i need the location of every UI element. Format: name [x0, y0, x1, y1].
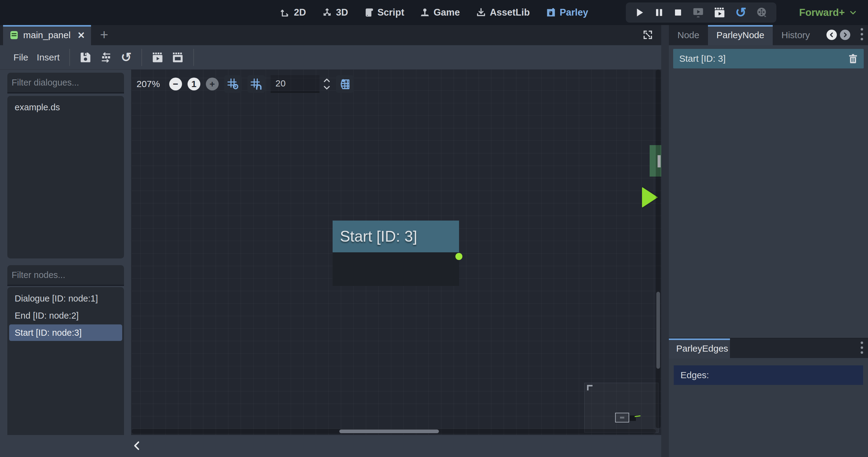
play-icon[interactable]: [634, 7, 645, 18]
prev-tab-icon[interactable]: [827, 30, 837, 40]
file-menu[interactable]: File: [9, 52, 32, 63]
graph-canvas[interactable]: 207% − 1 + 20: [132, 70, 661, 435]
canvas-horizontal-scrollbar[interactable]: [132, 429, 656, 434]
grid-size-value: 20: [276, 78, 285, 89]
delete-node-icon[interactable]: [848, 54, 858, 64]
stop-icon[interactable]: [674, 7, 683, 18]
bottom-bar: [0, 435, 661, 457]
selected-node-row[interactable]: Start [ID: 3]: [673, 49, 864, 68]
tab-parley[interactable]: Parley: [546, 7, 588, 18]
tab-assetlib[interactable]: AssetLib: [476, 7, 530, 18]
dialogues-list: example.ds: [7, 96, 124, 258]
grid-snap-icon[interactable]: [247, 75, 265, 93]
new-dialogue-icon[interactable]: [172, 52, 184, 63]
next-tab-icon[interactable]: [840, 30, 850, 40]
arrange-nodes-icon[interactable]: [100, 52, 112, 63]
filter-dialogues-box: [7, 73, 124, 93]
horizontal-scroll-thumb[interactable]: [339, 429, 439, 433]
scene-icon: [9, 30, 19, 40]
graph-minimap[interactable]: [584, 383, 658, 432]
collapse-left-icon[interactable]: [131, 439, 144, 453]
2d-axes-icon: [280, 7, 290, 18]
selected-node-label: Start [ID: 3]: [673, 54, 843, 64]
reload-icon[interactable]: ↺: [735, 6, 746, 19]
grid-size-stepper[interactable]: [323, 78, 331, 90]
toolbar-separator: [193, 49, 194, 66]
joystick-icon: [420, 7, 430, 18]
parley-plugin-icon: [546, 7, 556, 18]
canvas-toolbar: 207% − 1 + 20: [136, 74, 354, 93]
toolbar-separator: [142, 49, 142, 66]
tab-2d-label: 2D: [294, 7, 306, 18]
close-icon[interactable]: ✕: [77, 30, 85, 41]
grid-visibility-icon[interactable]: [224, 75, 242, 93]
graph-node-start[interactable]: Start [ID: 3]: [333, 220, 459, 286]
edges-label: Edges:: [680, 370, 709, 380]
tab-script-label: Script: [377, 7, 404, 18]
tab-history[interactable]: History: [773, 25, 818, 45]
zoom-in-icon[interactable]: +: [206, 78, 219, 90]
canvas-vertical-scrollbar[interactable]: [656, 70, 661, 428]
toolbar-separator: [69, 49, 70, 66]
tab-2d[interactable]: 2D: [280, 7, 306, 18]
vertical-scroll-thumb[interactable]: [656, 292, 660, 369]
tab-3d[interactable]: 3D: [322, 7, 348, 18]
tab-main-panel-label: main_panel: [23, 30, 70, 40]
pause-icon[interactable]: [654, 7, 664, 18]
expand-icon[interactable]: [642, 29, 653, 40]
movie-maker-icon[interactable]: [714, 7, 725, 18]
dock-menu-icon[interactable]: [861, 28, 863, 40]
tab-3d-label: 3D: [336, 7, 348, 18]
scene-tab-bar: main_panel ✕ +: [0, 25, 661, 45]
minimap-corner-marker: [587, 385, 592, 390]
film-reel-icon[interactable]: [756, 7, 768, 18]
save-icon[interactable]: [80, 52, 91, 63]
filter-nodes-box: [7, 265, 124, 286]
filter-dialogues-input[interactable]: [7, 78, 131, 88]
main-editor-region: main_panel ✕ + File Insert ↺: [0, 25, 661, 457]
dialogue-list-item[interactable]: example.ds: [9, 99, 122, 116]
inspector-tab-bar: Node ParleyNode History: [669, 25, 868, 45]
filter-nodes-input[interactable]: [7, 270, 131, 280]
minimap-toggle-icon[interactable]: [336, 75, 354, 93]
spin-down-icon: [323, 85, 331, 90]
node-list-item[interactable]: Dialogue [ID: node:1]: [9, 290, 122, 307]
minimap-node-marker: [620, 417, 624, 419]
graph-node-start-title: Start [ID: 3]: [340, 227, 417, 245]
tab-game[interactable]: Game: [420, 7, 460, 18]
graph-node-output-port[interactable]: [455, 253, 462, 260]
top-menu-bar: 2D 3D Script Game: [0, 0, 868, 25]
renderer-selector[interactable]: Forward+: [799, 0, 857, 25]
node-list-item-selected[interactable]: Start [ID: node:3]: [9, 325, 122, 341]
graph-node-start-header[interactable]: Start [ID: 3]: [333, 220, 459, 252]
dialogue-sidebar: example.ds Dialogue [ID: node:1] End [ID…: [0, 70, 131, 457]
script-icon: [364, 7, 374, 18]
nodes-list: Dialogue [ID: node:1] End [ID: node:2] S…: [7, 287, 124, 457]
edges-dock-menu-icon[interactable]: [861, 341, 863, 354]
tab-main-panel[interactable]: main_panel ✕: [3, 25, 91, 45]
playback-controls: ↺: [626, 2, 776, 23]
zoom-percent-label: 207%: [136, 79, 160, 89]
tab-parleyedges[interactable]: ParleyEdges: [669, 338, 730, 359]
edges-header-row: Edges:: [674, 365, 863, 385]
3d-axes-icon: [322, 7, 332, 18]
add-tab-icon[interactable]: +: [97, 28, 111, 42]
parley-toolbar: File Insert ↺: [0, 45, 661, 70]
graph-node-start-body: [333, 252, 459, 286]
tab-script[interactable]: Script: [364, 7, 404, 18]
inspector-dock: Node ParleyNode History Start [ID: 3] Pa…: [669, 25, 868, 457]
remote-play-icon[interactable]: [692, 7, 704, 18]
insert-menu[interactable]: Insert: [32, 52, 64, 63]
zoom-reset-icon[interactable]: 1: [188, 78, 200, 90]
test-dialogue-icon[interactable]: [152, 52, 163, 63]
node-list-item[interactable]: End [ID: node:2]: [9, 307, 122, 324]
grid-size-field[interactable]: 20: [271, 75, 319, 93]
renderer-label: Forward+: [799, 7, 845, 18]
undo-icon[interactable]: ↺: [121, 51, 131, 64]
chevron-down-icon: [849, 8, 857, 17]
minimap-viewport[interactable]: [615, 413, 629, 423]
zoom-out-icon[interactable]: −: [169, 78, 182, 90]
tab-parleynode[interactable]: ParleyNode: [708, 25, 773, 45]
tab-node[interactable]: Node: [669, 25, 708, 45]
dock-resize-handle[interactable]: [661, 25, 669, 457]
